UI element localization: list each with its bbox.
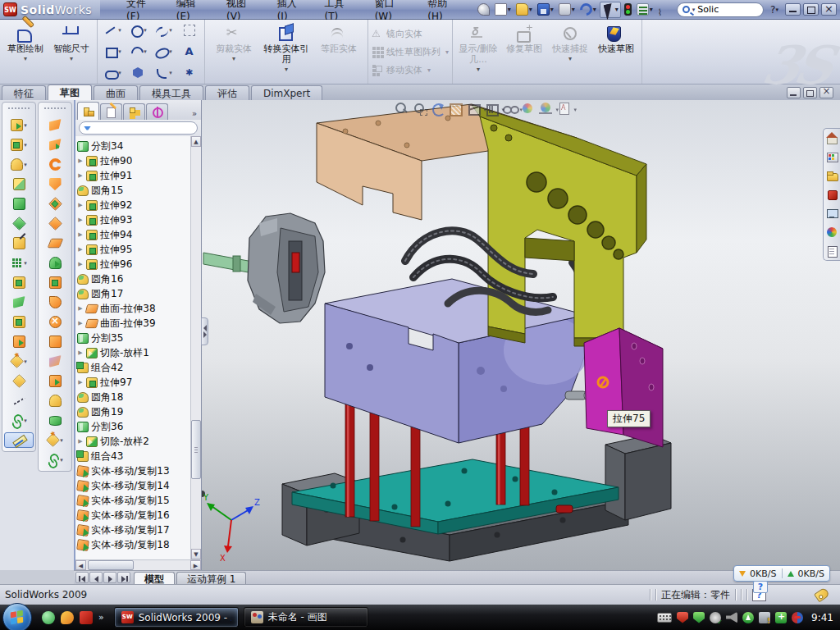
tray-icon[interactable] bbox=[693, 612, 705, 623]
sketch-entity-button[interactable]: ▾ bbox=[177, 21, 201, 40]
chevron-down-icon[interactable]: ▾ bbox=[550, 6, 554, 13]
toolbar-button[interactable]: ▾ bbox=[476, 2, 491, 18]
minimize-button[interactable] bbox=[785, 3, 801, 16]
toolbar-button[interactable]: ▾ bbox=[4, 432, 34, 448]
toolbar-button[interactable]: ▾ bbox=[40, 314, 70, 330]
document-tab[interactable]: 模型 bbox=[134, 572, 175, 584]
toolbar-button[interactable]: ▾ bbox=[40, 413, 70, 428]
ribbon-tab[interactable]: 评估 bbox=[205, 85, 249, 100]
ribbon-tab[interactable]: DimXpert bbox=[251, 85, 322, 100]
chevron-down-icon[interactable]: ▾ bbox=[118, 48, 121, 55]
toolbar-button[interactable]: ▾ bbox=[4, 157, 34, 172]
tree-item[interactable]: ▶ 圆角19 bbox=[77, 404, 189, 419]
toolbar-button[interactable]: ▾ bbox=[40, 452, 70, 468]
sketch-entity-button[interactable]: ▾ bbox=[126, 21, 150, 40]
taskbar-app-button[interactable]: 未命名 - 画图 bbox=[244, 607, 368, 628]
manager-tab[interactable] bbox=[77, 102, 99, 120]
chevron-down-icon[interactable]: ▾ bbox=[24, 55, 27, 62]
tree-item[interactable]: ▶ 拉伸92 bbox=[77, 198, 189, 212]
expander-icon[interactable]: ▶ bbox=[77, 172, 84, 179]
scrollbar-thumb[interactable] bbox=[191, 420, 201, 479]
toolbar-button[interactable]: ▾ bbox=[4, 294, 34, 310]
manager-tab[interactable] bbox=[100, 103, 122, 120]
toolbar-button[interactable]: ▾ bbox=[4, 373, 34, 389]
view-tool-button[interactable]: ▾ bbox=[431, 102, 445, 116]
quick-launch-icon[interactable] bbox=[42, 611, 55, 624]
scrollbar-thumb[interactable] bbox=[88, 560, 134, 570]
graphics-viewport[interactable]: Y Z X ▾ ▾ ▾ bbox=[202, 100, 840, 570]
close-button[interactable] bbox=[821, 3, 837, 16]
chevron-down-icon[interactable]: ▾ bbox=[24, 142, 27, 148]
tree-item[interactable]: ▶ 切除-放样2 bbox=[77, 434, 189, 449]
toolbar-button[interactable]: ▾ bbox=[4, 413, 34, 428]
chevron-down-icon[interactable]: ▾ bbox=[573, 107, 577, 113]
tray-icon[interactable] bbox=[759, 612, 770, 623]
chevron-down-icon[interactable]: ▾ bbox=[169, 27, 172, 34]
sketch-entity-button[interactable]: ▾ bbox=[177, 63, 201, 83]
toolbar-button[interactable]: ▾ bbox=[600, 2, 621, 18]
view-tool-button[interactable]: ▾ bbox=[467, 102, 481, 116]
ribbon-tab[interactable]: 曲面 bbox=[94, 85, 138, 100]
chevron-down-icon[interactable]: ▾ bbox=[508, 6, 511, 13]
prev-tab-button[interactable] bbox=[89, 572, 103, 583]
command-button[interactable]: 修复草图 ▾ bbox=[502, 22, 546, 81]
sketch-entity-button[interactable]: ▾ bbox=[101, 63, 125, 83]
expander-icon[interactable]: ▶ bbox=[77, 305, 84, 312]
expander-icon[interactable]: ▶ bbox=[77, 261, 84, 267]
sketch-entity-button[interactable]: ▾ bbox=[152, 42, 176, 62]
toolbar-button[interactable]: ▾ bbox=[4, 196, 34, 212]
command-button[interactable]: 快速捕捉 ▾ bbox=[548, 22, 592, 81]
toolbar-button[interactable]: ▾ bbox=[40, 294, 70, 310]
chevron-down-icon[interactable]: ▾ bbox=[692, 7, 696, 13]
core-block[interactable] bbox=[325, 279, 589, 443]
view-tool-button[interactable]: ▾ bbox=[503, 102, 517, 116]
chevron-down-icon[interactable]: ▾ bbox=[118, 27, 121, 34]
toolbar-button[interactable]: ▾ bbox=[4, 137, 34, 153]
quick-launch-icon[interactable] bbox=[80, 611, 93, 624]
last-tab-button[interactable] bbox=[117, 572, 130, 583]
chevron-down-icon[interactable]: ▾ bbox=[572, 6, 575, 13]
tree-item[interactable]: ▶ 切除-放样1 bbox=[77, 345, 189, 360]
tray-icon[interactable] bbox=[775, 612, 787, 623]
taskbar-app-button[interactable]: SW SolidWorks 2009 - ... bbox=[114, 607, 239, 628]
taskbar-clock[interactable]: 9:41 bbox=[811, 612, 833, 623]
command-button[interactable]: 智能尺寸 ▾ bbox=[49, 22, 94, 81]
chevron-down-icon[interactable]: ▾ bbox=[593, 6, 596, 13]
view-tool-button[interactable]: ▾ bbox=[449, 102, 463, 116]
toolbar-button[interactable]: ▾ bbox=[4, 393, 34, 409]
chevron-down-icon[interactable]: ▾ bbox=[24, 122, 27, 129]
toolbar-button[interactable]: ▾ bbox=[4, 255, 34, 271]
scroll-up-button[interactable]: ▲ bbox=[191, 136, 201, 147]
chevron-down-icon[interactable]: ▾ bbox=[24, 162, 27, 168]
chevron-down-icon[interactable]: ▾ bbox=[24, 418, 27, 424]
chevron-down-icon[interactable]: ▾ bbox=[775, 7, 778, 13]
scroll-left-button[interactable]: ◀ bbox=[75, 560, 86, 570]
chevron-down-icon[interactable]: ▾ bbox=[144, 27, 147, 34]
tree-vertical-scrollbar[interactable]: ▲ ▼ bbox=[190, 136, 201, 559]
chevron-down-icon[interactable]: ▾ bbox=[169, 70, 172, 76]
command-button[interactable]: 移动实体 ▾ bbox=[372, 62, 449, 78]
keyboard-layout-icon[interactable] bbox=[657, 613, 672, 623]
toolbar-button[interactable]: ▾ bbox=[40, 216, 70, 231]
tray-icon[interactable] bbox=[726, 612, 737, 623]
chevron-down-icon[interactable]: ▾ bbox=[285, 66, 288, 73]
tree-item[interactable]: ▶ 圆角17 bbox=[77, 286, 189, 301]
tree-item[interactable]: ▶ 组合43 bbox=[77, 449, 189, 463]
chevron-down-icon[interactable]: ▾ bbox=[445, 48, 449, 56]
doc-close-button[interactable] bbox=[819, 87, 833, 98]
task-pane-tab[interactable] bbox=[826, 208, 838, 219]
first-tab-button[interactable] bbox=[75, 572, 89, 583]
scroll-down-button[interactable]: ▼ bbox=[191, 549, 201, 559]
sketch-entity-button[interactable]: ▾ bbox=[126, 42, 150, 62]
toolbar-button[interactable]: ▾ bbox=[4, 117, 34, 133]
widget-help-button[interactable]: ? bbox=[753, 581, 768, 593]
toolbar-button[interactable]: ▾ bbox=[40, 373, 70, 389]
tree-item[interactable]: ▶ 实体-移动/复制13 bbox=[77, 463, 189, 478]
toolbar-button[interactable]: ▾ bbox=[40, 275, 70, 290]
quick-launch-icon[interactable] bbox=[61, 611, 74, 624]
manager-tab[interactable] bbox=[123, 103, 145, 120]
toolbar-button[interactable]: ▾ bbox=[40, 157, 70, 172]
tree-item[interactable]: ▶ 实体-移动/复制17 bbox=[77, 523, 189, 537]
chevron-down-icon[interactable]: ▾ bbox=[60, 457, 63, 463]
sketch-entity-button[interactable]: ▾ bbox=[152, 63, 176, 83]
